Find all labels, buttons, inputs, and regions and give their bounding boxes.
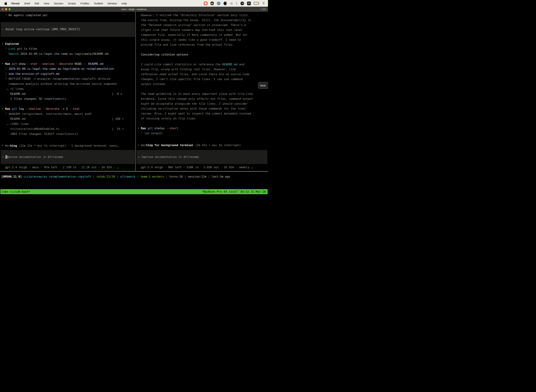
menu-bar: iTerm2ShellEditViewSessionScriptsProfile… [0, 0, 268, 7]
menu-item-view[interactable]: View [44, 2, 49, 5]
terminal-line: references need actual files, and since … [138, 72, 268, 77]
terminal-line: review. Also, I might want to inspect th… [138, 111, 268, 116]
terminal-line: this single essay, it seems like a good … [138, 37, 268, 42]
terminal-line: … +2 lines [2, 86, 135, 92]
menu-item-iterm2[interactable]: iTerm2 [11, 2, 19, 5]
menu-item-scripts[interactable]: Scripts [68, 2, 76, 5]
blank-line [2, 136, 135, 142]
tmux-status-bar: [omx-cczip0:bash* "MacBook-Pro-44.local"… [0, 189, 268, 194]
terminal-line: changes, I can't cite specific file line… [138, 77, 268, 82]
menu-item-window[interactable]: Window [108, 2, 117, 5]
tmux-session-label: [omx-cczip0:bash* [1, 190, 30, 193]
terminal-line: └ No agents completed yet [2, 13, 135, 18]
terminal-line: • Explored [2, 42, 135, 47]
terminal-line: gpt-5.4 xhigh · 96% left · 520K in · 5.8… [138, 165, 268, 170]
terminal-line: slight risk that future readers may over… [138, 28, 268, 33]
right-pane-border [136, 171, 268, 172]
blank-line [138, 87, 268, 92]
terminal-line: README.md | 280 + [2, 117, 135, 121]
terminal-line: • Waiting for background terminal (1m 41… [138, 143, 268, 148]
terminal-line: 1903 files changed, 513517 insertions(+) [2, 131, 135, 137]
menu-item-toolbelt[interactable]: Toolbelt [94, 2, 103, 5]
bolt-badge-icon[interactable]: ⚡ [217, 2, 220, 5]
terminal-line: └ 067f154 (HEAD -> essay/ai-reimplementa… [2, 76, 135, 81]
terminal-line: provide file and line references from th… [138, 42, 268, 47]
terminal-line: README.md | 4 + [2, 92, 135, 97]
menu-item-edit[interactable]: Edit [34, 2, 39, 5]
blank-line [2, 56, 135, 61]
zoom-window-button[interactable] [9, 8, 10, 10]
terminal-line: the "Related research writing" section i… [138, 23, 268, 28]
prompt-input[interactable]: › Improve documentation in @filename [1, 150, 135, 164]
window-title-bar: omx --xhigh --madmax ⌥⌘1 [0, 7, 268, 12]
right-pane[interactable]: However, I noticed the "Directory Struct… [136, 12, 268, 171]
terminal-line: └ (no output) [138, 131, 268, 136]
blank-line [138, 47, 268, 52]
window-title: omx --xhigh --madmax [0, 8, 268, 10]
moon-circle-icon[interactable] [224, 2, 227, 5]
window-shortcut-badge: ⌥⌘1 [260, 8, 266, 10]
terminal-line: gpt-5.4 xhigh · main · 91% left · 2.31M … [2, 165, 135, 170]
terminal-line: companion analysis without altering the … [2, 81, 135, 87]
terminal-line: 2 files changed, 92 insertions(+) [2, 96, 135, 102]
blank-line [138, 57, 268, 62]
terminal-line: … +1901 lines [2, 121, 135, 127]
keyboard-a-icon[interactable]: A [247, 2, 251, 5]
battery-icon[interactable]: ⚡ [254, 2, 259, 5]
menu-item-profiles[interactable]: Profiles [81, 2, 89, 5]
terminal-line: │ 2026-03-09-is-legal-the-same-as-legiti… [2, 66, 135, 71]
wifi-icon[interactable] [262, 2, 266, 5]
terminal-line: • Ran git show --stat --oneline --decora… [2, 61, 135, 67]
terminal-line: Search 2026-03-09-is-legal-the-same-as-l… [2, 51, 135, 56]
terminal: └ No agents completed yet› Ralph loop ac… [0, 12, 268, 196]
left-pane-border [0, 171, 135, 172]
terminal-line: including verification notes with those … [138, 106, 268, 111]
blank-line [138, 121, 268, 126]
close-window-button[interactable] [2, 8, 4, 10]
blank-line [2, 102, 135, 107]
terminal-line: The team guideline is to back every impo… [138, 92, 268, 96]
menu-status-icons: ▦⚡§..61A⚡ [204, 2, 266, 5]
prompt-input[interactable]: › Improve documentation in @filename [136, 150, 267, 164]
terminal-line: I could cite commit statistics or refere… [138, 62, 268, 67]
terminal-line: However, I noticed the "Directory Struct… [138, 13, 268, 18]
terminal-line: essay file, along with finding root file… [138, 67, 268, 72]
notification-popup[interactable]: Scre [258, 82, 268, 89]
timer-badge-icon[interactable]: ..61 [240, 2, 244, 5]
terminal-line: • Ran git log --oneline --decorate -n 5 … [2, 107, 135, 112]
terminal-line: might be acceptable alongside the file l… [138, 101, 268, 106]
menu-items: iTerm2ShellEditViewSessionScriptsProfile… [11, 2, 127, 5]
omx-status-line: [OMX#0.11.9] cczip/essay/ai-reimplementa… [0, 174, 268, 179]
chat-bubble-icon[interactable] [204, 2, 207, 5]
menu-item-help[interactable]: Help [121, 2, 127, 5]
terminal-line: Considering citation options [138, 52, 268, 57]
inject-banner: › Ralph loop active continue [OMX_TMUX_I… [1, 22, 135, 37]
shield-icon[interactable]: ▦ [211, 2, 214, 5]
minimize-window-button[interactable] [5, 8, 7, 10]
squiggle-icon[interactable]: § [236, 2, 237, 5]
tmux-host-clock: "MacBook-Pro-44.local" 04:52 31-Mar-26 [201, 190, 266, 193]
menu-item-shell[interactable]: Shell [24, 2, 30, 5]
dots-grid-icon[interactable] [230, 2, 233, 5]
terminal-line: the source tree, missing the essay. Stil… [138, 18, 268, 23]
apple-menu-icon[interactable] [4, 2, 7, 5]
left-pane[interactable]: └ No agents completed yet› Ralph loop ac… [0, 12, 135, 171]
terminal-line: output instead. [138, 82, 268, 87]
pane-divider[interactable] [135, 12, 136, 171]
terminal-line: │ and-the-erosion-of-copyleft.md [2, 71, 135, 77]
menu-item-session[interactable]: Session [54, 2, 63, 5]
terminal-line: • Working (11m 13s • esc to interrupt) ·… [2, 143, 135, 148]
terminal-line: └ 4b9d30f (origin/main, instructkr/main,… [2, 112, 135, 117]
terminal-line: evidence. Since this change only affects… [138, 96, 268, 101]
terminal-line: companion file, especially if more comme… [138, 33, 268, 37]
terminal-line: of focusing solely on file lines. [138, 116, 268, 121]
terminal-line: └ List git ls-files [2, 46, 135, 51]
terminal-line: src/voice/voiceModeEnabled.ts | 54 + [2, 126, 135, 131]
terminal-line: • Ran git status --short [138, 126, 268, 131]
blank-line [138, 136, 268, 141]
